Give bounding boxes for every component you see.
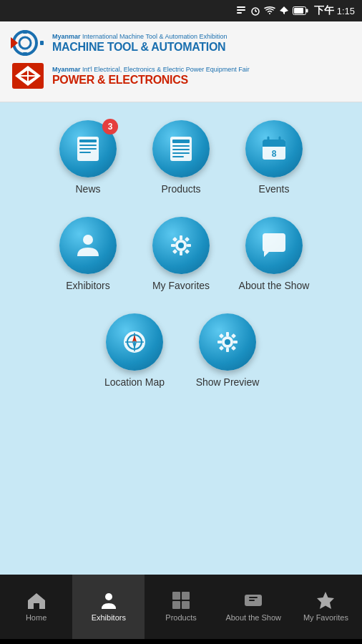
nav-about-label: About the Show [225, 613, 281, 623]
machine-tool-title2: AUTOMATION [151, 41, 225, 53]
power-electronics-text: Myanmar Int'l Electrical, Electronics & … [52, 66, 250, 86]
show-preview-label: Show Preview [196, 376, 260, 389]
nav-item-exhibitors[interactable]: Exhibitors [72, 575, 145, 639]
svg-marker-73 [317, 592, 334, 609]
nav-exhibitors-label: Exhibitors [92, 613, 126, 623]
nav-item-home[interactable]: Home [0, 575, 72, 639]
status-icons [235, 6, 308, 16]
grid-item-about-the-show[interactable]: About the Show [238, 217, 310, 292]
grid-item-products[interactable]: Products [145, 120, 217, 195]
status-clock: 1:15 [337, 6, 355, 16]
svg-rect-59 [217, 341, 222, 343]
svg-rect-64 [231, 346, 236, 351]
exhibitors-icon [73, 230, 103, 260]
svg-rect-8 [306, 9, 308, 13]
svg-rect-48 [185, 249, 190, 254]
svg-rect-25 [79, 152, 91, 153]
svg-point-65 [105, 593, 112, 600]
news-badge: 3 [102, 119, 118, 135]
svg-rect-43 [171, 244, 175, 247]
grid-item-events[interactable]: 8 Events [238, 120, 310, 195]
svg-rect-67 [182, 592, 190, 600]
grid-item-my-favorites[interactable]: My Favorites [145, 217, 217, 292]
svg-rect-23 [79, 145, 97, 146]
svg-rect-66 [172, 592, 180, 600]
status-time: 下午 [314, 4, 334, 17]
status-bar: 下午 1:15 [0, 0, 362, 21]
nav-star-icon [315, 590, 336, 610]
svg-rect-7 [294, 8, 303, 14]
grid-item-news[interactable]: 3 News [52, 120, 124, 195]
svg-rect-24 [79, 148, 97, 150]
about-label: About the Show [239, 280, 310, 292]
svg-rect-2 [237, 12, 242, 14]
show-preview-icon-circle [199, 313, 256, 371]
nav-my-favorites-label: My Favorites [303, 613, 348, 623]
svg-rect-61 [219, 333, 224, 338]
grid-row-2: Exhibitors My F [52, 217, 310, 292]
grid-item-show-preview[interactable]: Show Preview [192, 313, 263, 389]
show-preview-icon [212, 327, 243, 357]
nav-exhibitors-icon [99, 590, 119, 610]
about-icon [259, 230, 289, 260]
svg-rect-47 [172, 249, 177, 254]
svg-rect-12 [23, 52, 27, 56]
events-label: Events [259, 183, 290, 195]
svg-point-10 [19, 37, 31, 49]
svg-rect-22 [79, 140, 97, 142]
svg-rect-46 [185, 237, 190, 242]
machine-tool-banner: Myanmar International Machine Tool & Aut… [11, 29, 351, 57]
svg-rect-63 [219, 346, 224, 351]
products-icon-circle [152, 120, 210, 177]
grid-row-1: 3 News Products [52, 120, 310, 195]
svg-rect-29 [172, 149, 190, 150]
svg-rect-27 [172, 140, 190, 143]
nav-item-about[interactable]: About the Show [217, 575, 290, 639]
svg-rect-41 [180, 235, 182, 240]
svg-rect-1 [237, 9, 245, 11]
svg-rect-11 [23, 30, 27, 34]
my-favorites-label: My Favorites [152, 280, 210, 292]
machine-tool-logo [11, 29, 45, 57]
about-icon-circle [245, 217, 303, 274]
svg-rect-58 [226, 348, 229, 352]
grid-row-3: Location Map Show Preview [99, 313, 263, 389]
power-electronics-logo [11, 62, 45, 90]
svg-rect-28 [172, 145, 190, 147]
power-electronics-banner: Myanmar Int'l Electrical, Electronics & … [11, 62, 351, 90]
svg-rect-42 [180, 251, 182, 255]
main-content: 3 News Products [0, 102, 362, 575]
svg-rect-31 [172, 156, 184, 157]
nav-products-label: Products [165, 613, 196, 623]
svg-rect-34 [263, 144, 285, 147]
location-map-icon-circle [106, 313, 163, 371]
grid-item-exhibitors[interactable]: Exhibitors [52, 217, 124, 292]
svg-rect-68 [172, 601, 180, 609]
svg-text:8: 8 [272, 149, 277, 159]
news-icon [73, 134, 103, 164]
svg-rect-72 [249, 600, 255, 601]
svg-rect-30 [172, 152, 190, 154]
svg-rect-14 [40, 41, 44, 45]
nav-products-icon [171, 590, 191, 610]
home-icon [26, 590, 47, 610]
nav-item-my-favorites[interactable]: My Favorites [290, 575, 362, 639]
svg-rect-62 [231, 333, 236, 338]
svg-rect-45 [172, 237, 177, 242]
location-map-icon [119, 327, 150, 357]
my-favorites-icon-circle [152, 217, 210, 274]
svg-point-40 [178, 243, 184, 248]
news-icon-circle: 3 [59, 120, 117, 177]
svg-rect-44 [187, 244, 191, 247]
svg-point-56 [225, 339, 230, 345]
grid-item-location-map[interactable]: Location Map [99, 313, 170, 389]
power-electronics-title: POWER & [52, 74, 109, 86]
machine-tool-text: Myanmar International Machine Tool & Aut… [52, 33, 227, 53]
nav-about-icon [243, 590, 263, 610]
svg-rect-69 [182, 601, 190, 609]
location-map-label: Location Map [104, 376, 165, 389]
nav-item-products[interactable]: Products [145, 575, 217, 639]
events-icon-circle: 8 [245, 120, 303, 177]
news-label: News [75, 183, 100, 195]
exhibitors-icon-circle [59, 217, 117, 274]
